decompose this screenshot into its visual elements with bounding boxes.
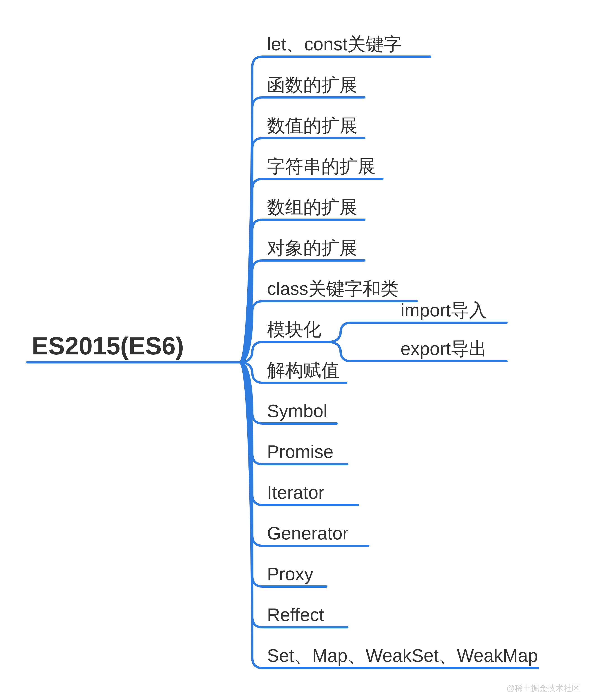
node-0: let、const关键字 (267, 34, 402, 54)
watermark: @稀土掘金技术社区 (507, 684, 580, 693)
node-6: class关键字和类 (267, 279, 399, 299)
node-2: 数值的扩展 (267, 116, 358, 136)
node-5: 对象的扩展 (267, 238, 358, 258)
node-1: 函数的扩展 (267, 75, 358, 95)
node-7-1: export导出 (400, 338, 487, 359)
node-12: Generator (267, 523, 349, 543)
node-7-0: import导入 (400, 300, 487, 320)
node-15: Set、Map、WeakSet、WeakMap (267, 646, 538, 666)
node-14: Reffect (267, 605, 324, 625)
node-13: Proxy (267, 564, 314, 584)
node-3: 字符串的扩展 (267, 156, 376, 176)
root-node: ES2015(ES6) (32, 332, 184, 360)
node-7: 模块化 (267, 319, 321, 339)
node-8: 解构赋值 (267, 360, 340, 380)
mindmap-diagram: ES2015(ES6)let、const关键字函数的扩展数值的扩展字符串的扩展数… (0, 0, 589, 700)
node-10: Promise (267, 442, 333, 462)
node-9: Symbol (267, 401, 328, 421)
node-11: Iterator (267, 482, 324, 503)
node-4: 数组的扩展 (267, 197, 358, 217)
